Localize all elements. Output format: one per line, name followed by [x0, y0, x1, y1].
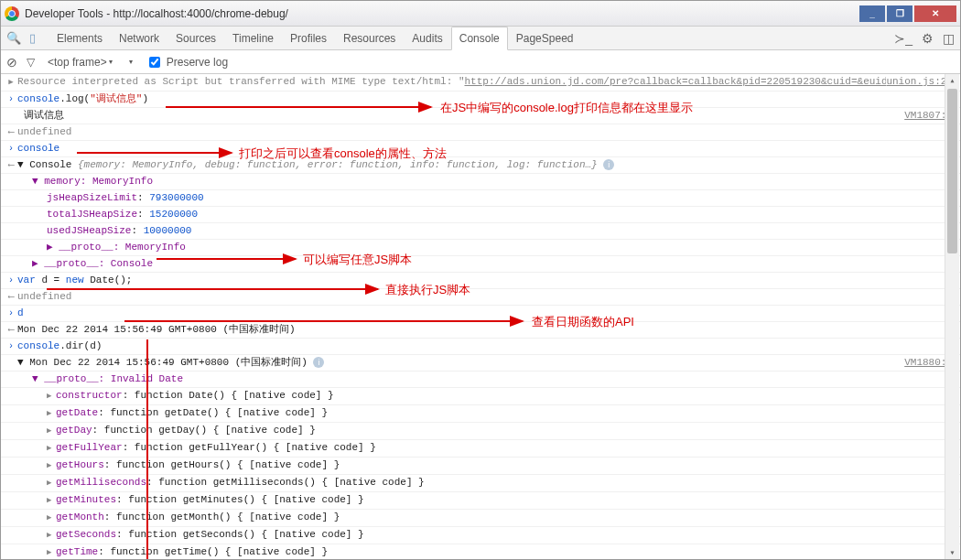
preserve-log-label[interactable]: Preserve log: [146, 54, 228, 70]
tab-console[interactable]: Console: [451, 27, 508, 50]
tab-audits[interactable]: Audits: [404, 27, 450, 50]
tab-timeline[interactable]: Timeline: [224, 27, 282, 50]
window-title: Developer Tools - http://localhost:4000/…: [25, 7, 858, 20]
minimize-button[interactable]: _: [859, 5, 885, 22]
devtools-tabs: Elements Network Sources Timeline Profil…: [49, 27, 581, 50]
filter-selector[interactable]: ▾: [125, 58, 136, 66]
tab-sources[interactable]: Sources: [167, 27, 224, 50]
proto-row[interactable]: ▶getTime: function getTime() { [native c…: [1, 544, 960, 560]
object-row: jsHeapSizeLimit: 793000000: [1, 190, 960, 207]
console-output-row: 调试信息 VM1807:2: [1, 108, 960, 124]
tab-network[interactable]: Network: [111, 27, 167, 50]
console-input-row[interactable]: ›d: [1, 306, 960, 322]
console-input-row[interactable]: › console.log("调试信息"): [1, 92, 960, 108]
proto-row[interactable]: ▶getHours: function getHours() { [native…: [1, 458, 960, 475]
proto-row[interactable]: ▶getSeconds: function getSeconds() { [na…: [1, 527, 960, 544]
console-result-row: ⟵undefined: [1, 289, 960, 306]
filter-icon[interactable]: ▽: [27, 56, 35, 69]
tab-profiles[interactable]: Profiles: [282, 27, 335, 50]
object-row[interactable]: ▼ __proto__: Invalid Date: [1, 372, 960, 388]
console-input-row[interactable]: › console: [1, 141, 960, 157]
scrollbar[interactable]: ▴ ▾: [945, 74, 959, 560]
console-input-row[interactable]: › var d = new Date();: [1, 273, 960, 289]
source-link-union[interactable]: union.js:20: [886, 75, 953, 90]
console-subbar: ⊘ ▽ <top frame> ▾ ▾ Preserve log: [1, 50, 960, 74]
dock-icon[interactable]: ◫: [943, 31, 955, 46]
proto-row[interactable]: ▶getMilliseconds: function getMillisecon…: [1, 475, 960, 492]
device-icon[interactable]: ▯: [25, 31, 39, 45]
object-row: usedJSHeapSize: 10000000: [1, 223, 960, 240]
console-input-row[interactable]: ›console.dir(d): [1, 339, 960, 355]
proto-row[interactable]: ▶getMonth: function getMonth() { [native…: [1, 510, 960, 527]
tab-pagespeed[interactable]: PageSpeed: [508, 27, 582, 50]
clear-console-icon[interactable]: ⊘: [6, 55, 17, 70]
info-icon[interactable]: i: [313, 357, 324, 368]
search-icon[interactable]: 🔍: [6, 31, 21, 45]
scroll-up-icon[interactable]: ▴: [945, 74, 959, 89]
settings-icon[interactable]: ⚙: [922, 31, 934, 46]
scroll-down-icon[interactable]: ▾: [945, 546, 959, 560]
tab-resources[interactable]: Resources: [335, 27, 404, 50]
drawer-icon[interactable]: ≻_: [894, 31, 912, 46]
scrollbar-thumb[interactable]: [947, 89, 957, 253]
tab-elements[interactable]: Elements: [49, 27, 111, 50]
window-titlebar: Developer Tools - http://localhost:4000/…: [1, 1, 960, 27]
object-row[interactable]: ▶ __proto__: Console: [1, 256, 960, 273]
proto-row[interactable]: ▶getFullYear: function getFullYear() { […: [1, 440, 960, 458]
object-row: totalJSHeapSize: 15200000: [1, 207, 960, 223]
object-row[interactable]: ▶ __proto__: MemoryInfo: [1, 240, 960, 256]
console-result-row: ⟵Mon Dec 22 2014 15:56:49 GMT+0800 (中国标准…: [1, 322, 960, 339]
proto-row[interactable]: ▶getDate: function getDate() { [native c…: [1, 405, 960, 423]
proto-row[interactable]: ▶getMinutes: function getMinutes() { [na…: [1, 492, 960, 510]
window-buttons: _ ❐ ✕: [858, 5, 956, 22]
proto-row[interactable]: ▶getDay: function getDay() { [native cod…: [1, 423, 960, 440]
object-row[interactable]: ▼ memory: MemoryInfo: [1, 174, 960, 190]
chrome-icon: [5, 6, 19, 21]
proto-row[interactable]: ▶constructor: function Date() { [native …: [1, 388, 960, 405]
devtools-toolbar: 🔍 ▯ Elements Network Sources Timeline Pr…: [1, 27, 960, 50]
info-icon[interactable]: i: [603, 159, 614, 170]
console-result-row[interactable]: ⟵ ▼ Console {memory: MemoryInfo, debug: …: [1, 157, 960, 174]
preserve-log-checkbox[interactable]: [149, 57, 160, 68]
console-panel: 在JS中编写的console.log打印信息都在这里显示 打印之后可以查看con…: [1, 74, 960, 560]
context-selector[interactable]: <top frame> ▾: [44, 56, 116, 69]
console-warning-row: ▶ Resource interpreted as Script but tra…: [1, 74, 960, 92]
console-output-row[interactable]: ▼ Mon Dec 22 2014 15:56:49 GMT+0800 (中国标…: [1, 355, 960, 372]
console-result-row: ⟵ undefined: [1, 124, 960, 141]
maximize-button[interactable]: ❐: [887, 5, 912, 22]
close-button[interactable]: ✕: [914, 5, 956, 22]
